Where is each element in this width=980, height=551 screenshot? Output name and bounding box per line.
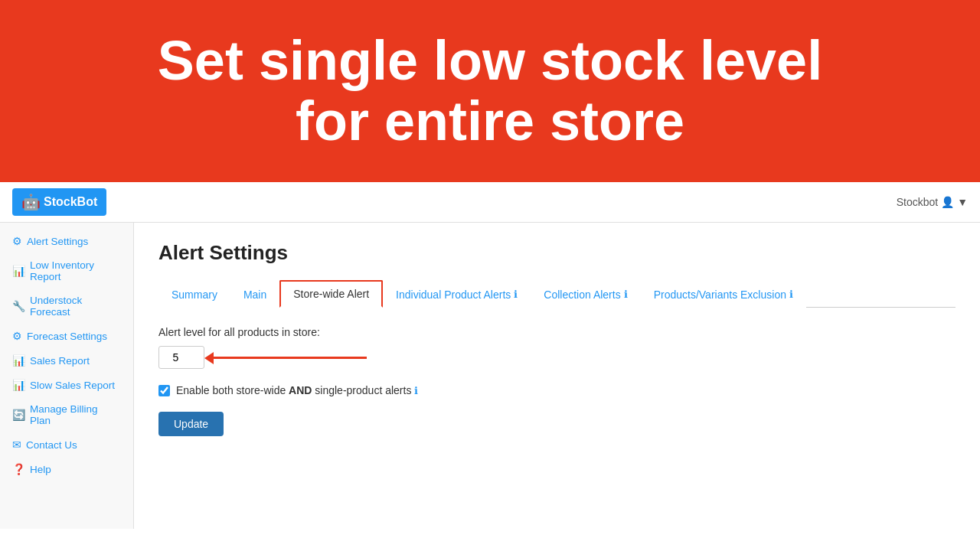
tab-store-wide-alert[interactable]: Store-wide Alert <box>279 280 383 308</box>
envelope-icon: ✉ <box>12 439 21 451</box>
sidebar-item-understock-forecast[interactable]: 🔧 Understock Forecast <box>0 289 133 324</box>
page-title: Alert Settings <box>158 241 956 265</box>
tabs-container: Summary Main Store-wide Alert Individual… <box>158 280 956 308</box>
info-icon-collection: ℹ <box>624 289 628 300</box>
sidebar-item-low-inventory-report[interactable]: 📊 Low Inventory Report <box>0 253 133 289</box>
tab-main-label: Main <box>243 289 266 301</box>
sidebar-label: Contact Us <box>26 439 77 451</box>
forecast-icon: 🔧 <box>12 300 25 312</box>
sidebar-label: Low Inventory Report <box>30 259 121 282</box>
logo-text: StockBot <box>44 195 97 209</box>
sidebar-item-help[interactable]: ❓ Help <box>0 457 133 481</box>
info-icon-individual: ℹ <box>514 289 518 300</box>
sidebar-label: Help <box>30 464 51 475</box>
logo[interactable]: 🤖 StockBot <box>12 188 106 216</box>
sidebar: ⚙ Alert Settings 📊 Low Inventory Report … <box>0 223 134 529</box>
arrow-head <box>204 352 214 364</box>
logo-area: 🤖 StockBot <box>12 188 106 216</box>
top-nav: 🤖 StockBot Stockbot 👤 ▼ <box>0 182 980 223</box>
help-icon: ❓ <box>12 463 25 475</box>
update-button[interactable]: Update <box>158 412 224 436</box>
sidebar-label: Alert Settings <box>27 236 88 247</box>
tab-exclusion-label: Products/Variants Exclusion <box>654 289 786 301</box>
sidebar-item-alert-settings[interactable]: ⚙ Alert Settings <box>0 229 133 253</box>
input-row <box>158 346 956 369</box>
arrow-indicator <box>214 357 367 359</box>
slow-chart-icon: 📊 <box>12 379 25 391</box>
tab-store-wide-label: Store-wide Alert <box>293 288 369 300</box>
and-bold: AND <box>289 384 312 396</box>
sidebar-item-slow-sales-report[interactable]: 📊 Slow Sales Report <box>0 373 133 397</box>
sidebar-label: Sales Report <box>30 355 90 367</box>
tab-products-variants-exclusion[interactable]: Products/Variants Exclusion ℹ <box>641 280 806 308</box>
user-menu[interactable]: Stockbot 👤 ▼ <box>897 196 968 208</box>
user-label: Stockbot <box>897 196 938 208</box>
tab-summary-label: Summary <box>172 289 217 301</box>
checkbox-row: Enable both store-wide AND single-produc… <box>158 384 956 396</box>
arrow-line <box>214 357 367 359</box>
alert-level-label: Alert level for all products in store: <box>158 326 956 338</box>
sidebar-item-forecast-settings[interactable]: ⚙ Forecast Settings <box>0 324 133 348</box>
info-icon-checkbox: ℹ <box>414 385 418 396</box>
tab-collection-alerts[interactable]: Collection Alerts ℹ <box>531 280 640 308</box>
dropdown-icon: ▼ <box>957 196 968 208</box>
tab-main[interactable]: Main <box>230 280 279 308</box>
sidebar-item-sales-report[interactable]: 📊 Sales Report <box>0 348 133 373</box>
sidebar-label: Forecast Settings <box>27 331 107 342</box>
checkbox-label: Enable both store-wide AND single-produc… <box>176 384 418 396</box>
sidebar-label: Understock Forecast <box>30 295 121 318</box>
sidebar-item-manage-billing[interactable]: 🔄 Manage Billing Plan <box>0 397 133 432</box>
tab-summary[interactable]: Summary <box>158 280 230 308</box>
gear-icon-2: ⚙ <box>12 330 22 342</box>
sidebar-label: Slow Sales Report <box>30 380 115 391</box>
sales-chart-icon: 📊 <box>12 354 25 367</box>
gear-icon: ⚙ <box>12 235 22 247</box>
bar-chart-icon: 📊 <box>12 265 25 277</box>
form-section: Alert level for all products in store: E… <box>158 326 956 436</box>
main-layout: ⚙ Alert Settings 📊 Low Inventory Report … <box>0 223 980 529</box>
tab-individual-product-alerts[interactable]: Individual Product Alerts ℹ <box>383 280 531 308</box>
hero-title: Set single low stock level for entire st… <box>15 31 965 152</box>
tab-individual-label: Individual Product Alerts <box>396 289 511 301</box>
alert-level-input[interactable] <box>158 346 204 369</box>
hero-banner: Set single low stock level for entire st… <box>0 0 980 182</box>
robot-icon: 🤖 <box>21 193 41 211</box>
tab-collection-label: Collection Alerts <box>544 289 620 301</box>
enable-both-alerts-checkbox[interactable] <box>158 385 170 396</box>
billing-icon: 🔄 <box>12 409 25 421</box>
sidebar-item-contact-us[interactable]: ✉ Contact Us <box>0 432 133 457</box>
user-icon: 👤 <box>941 196 954 208</box>
info-icon-exclusion: ℹ <box>789 289 793 300</box>
sidebar-label: Manage Billing Plan <box>30 403 121 426</box>
content-area: Alert Settings Summary Main Store-wide A… <box>134 223 980 529</box>
